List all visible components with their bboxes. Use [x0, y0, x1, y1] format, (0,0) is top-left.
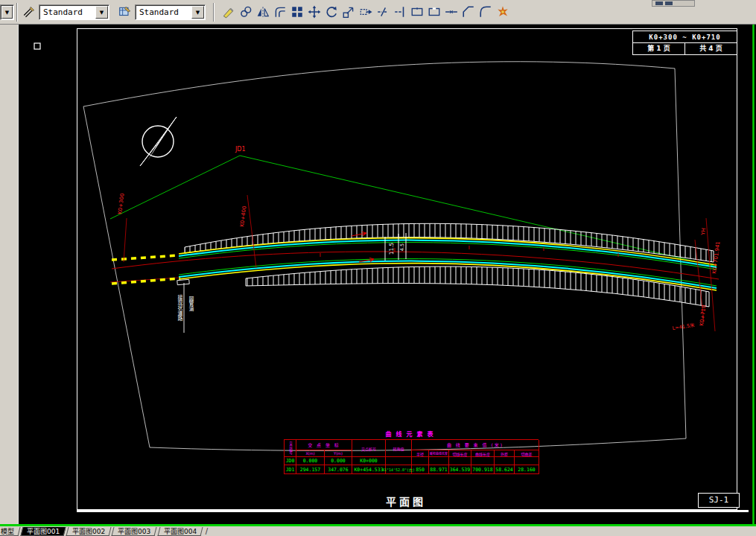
table-style-combo[interactable]: Standard ▼: [135, 4, 206, 20]
cell-jd1-y: 347.076: [325, 465, 352, 474]
col-elements-header: 曲 线 要 素 值 (米): [412, 440, 539, 450]
copy-button[interactable]: [237, 2, 254, 22]
dim-style-combo[interactable]: Standard ▼: [39, 4, 109, 20]
scale-icon: [342, 5, 355, 19]
cell-jd0-id: JD0: [285, 457, 296, 465]
tab-bar-end: /: [206, 527, 208, 535]
cell-jd0-length: [471, 457, 495, 465]
cell-jd0-d: [515, 457, 539, 465]
explode-icon: [496, 5, 509, 19]
rotate-button[interactable]: [323, 2, 340, 22]
chevron-down-icon[interactable]: ▼: [95, 6, 108, 19]
north-arrow-icon: [140, 117, 177, 166]
station-k710-label: K0+710: [699, 304, 707, 326]
yh-point-label: YH: [700, 228, 707, 236]
fillet-button[interactable]: [477, 2, 494, 22]
move-button[interactable]: [305, 2, 323, 22]
chevron-down-icon[interactable]: ▼: [191, 6, 204, 19]
culvert-note-label: 圆管涵: [188, 296, 194, 312]
extend-button[interactable]: [391, 2, 408, 22]
cad-window: { "toolbar": { "style_combo_1": "Standar…: [0, 0, 756, 536]
dim-4-5: 4.5: [399, 243, 405, 251]
length-note-label: L=41.5米: [672, 322, 695, 331]
station-k400-label: K0+400: [239, 205, 247, 227]
col-point-header: 交点编号: [285, 440, 296, 457]
station-k300-label: K0+300: [117, 193, 125, 214]
col-d-header: 切曲差: [515, 450, 539, 457]
tab-model[interactable]: 模型: [0, 527, 21, 536]
stretch-icon: [359, 5, 372, 19]
col-x-header: X(m): [296, 450, 325, 457]
trim-button[interactable]: [374, 2, 391, 22]
break-at-point-button[interactable]: [408, 2, 425, 22]
extend-icon: [393, 5, 407, 19]
station-range: K0+300 ~ K0+710: [633, 31, 737, 43]
dim-11-5: 11.5: [388, 242, 395, 255]
culvert-note: 接现状道路 圆管涵: [177, 279, 194, 333]
col-external-header: 外距: [495, 450, 515, 457]
dim-style-button[interactable]: [20, 2, 37, 22]
col-length-header: 曲线长度: [471, 450, 495, 457]
col-tangent-header: 切线长度: [449, 450, 471, 457]
stretch-button[interactable]: [357, 2, 374, 22]
join-icon: [445, 5, 458, 19]
array-icon: [290, 5, 304, 19]
chevron-down-icon[interactable]: ▼: [1, 6, 13, 19]
tab-plan-002[interactable]: 平面图002: [66, 527, 112, 536]
join-button[interactable]: [442, 2, 460, 22]
cell-jd0-radius: [412, 457, 429, 465]
toolbar-separator: [213, 3, 215, 22]
fillet-icon: [479, 5, 492, 19]
scale-button[interactable]: [340, 2, 357, 22]
cell-jd1-d: 28.160: [515, 465, 539, 474]
layout-tab-bar: 模型 平面图001 平面图002 平面图003 平面图004 /: [0, 526, 756, 536]
col-coords-header: 交 点 坐 标: [296, 440, 352, 450]
chamfer-button[interactable]: [460, 2, 477, 22]
cell-jd0-x: 0.000: [296, 457, 325, 465]
tab-plan-004[interactable]: 平面图004: [157, 527, 203, 536]
road-note-label: 接现状道路: [177, 294, 183, 322]
move-icon: [308, 5, 321, 19]
top-toolbar: ▼ Standard ▼ Standard ▼: [0, 0, 756, 25]
cell-jd1-angle: 41°14'52.8"(右): [386, 465, 412, 474]
jd1-label: JD1: [235, 146, 246, 153]
curve-table-title: 曲线元素表: [284, 431, 539, 439]
explode-button[interactable]: [494, 2, 511, 22]
cell-jd1-external: 58.624: [495, 465, 515, 474]
cell-jd1-radius: 850: [412, 465, 429, 474]
offset-button[interactable]: [271, 2, 288, 22]
cell-jd1-id: JD1: [285, 465, 296, 474]
tab-plan-001[interactable]: 平面图001: [21, 527, 66, 536]
table-style-icon: [118, 5, 132, 19]
array-button[interactable]: [288, 2, 305, 22]
slope-hatch-bottom: [246, 267, 709, 307]
cell-jd1-x: 294.157: [296, 465, 325, 474]
toolbar-separator: [16, 3, 18, 22]
tab-plan-003[interactable]: 平面图003: [112, 527, 157, 536]
offset-icon: [273, 5, 287, 19]
break-button[interactable]: [425, 2, 442, 22]
drawing-title: 平面图: [386, 494, 426, 508]
grip-square: [34, 43, 40, 49]
docked-toolbar-fragment: [652, 0, 695, 7]
rotate-icon: [325, 5, 338, 19]
dim-style-icon: [22, 5, 36, 19]
col-station-header: 交点桩号: [352, 440, 386, 457]
table-style-button[interactable]: [116, 2, 133, 22]
mirror-button[interactable]: [254, 2, 271, 22]
trim-icon: [376, 5, 390, 19]
col-angle-header: 转角值: [386, 440, 412, 457]
erase-icon: [222, 5, 235, 19]
cell-jd0-station: K0+000: [352, 457, 386, 465]
clipped-combo[interactable]: ▼: [0, 4, 14, 20]
erase-button[interactable]: [220, 2, 237, 22]
dim-style-value: Standard: [39, 7, 95, 17]
pages-total: 共 4 页: [685, 43, 737, 54]
col-spiral-header: 缓和曲线长度: [429, 450, 449, 457]
cell-jd0-y: 0.000: [325, 457, 352, 465]
yh-station-label: K0+701.941: [711, 241, 721, 275]
cell-jd1-station: K0+454.533: [352, 465, 386, 474]
canvas-left-border: [18, 25, 19, 524]
break-at-point-icon: [410, 5, 424, 19]
cell-jd0-tangent: [449, 457, 471, 465]
